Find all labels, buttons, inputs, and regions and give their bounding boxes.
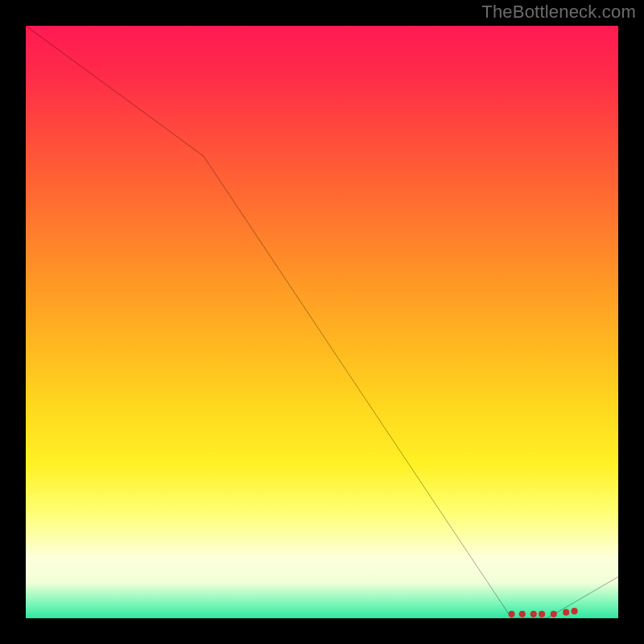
marker-dot [508,611,514,617]
chart-overlay [26,26,618,618]
data-curve [26,26,618,618]
marker-dot [551,611,557,617]
marker-dot [563,609,569,616]
marker-dot [519,611,526,617]
marker-dot [530,611,537,617]
chart-frame: TheBottleneck.com [0,0,644,644]
marker-dot [539,611,545,617]
marker-group [508,608,577,617]
marker-dot [571,608,577,614]
attribution-label: TheBottleneck.com [481,2,636,23]
plot-area [26,26,618,618]
